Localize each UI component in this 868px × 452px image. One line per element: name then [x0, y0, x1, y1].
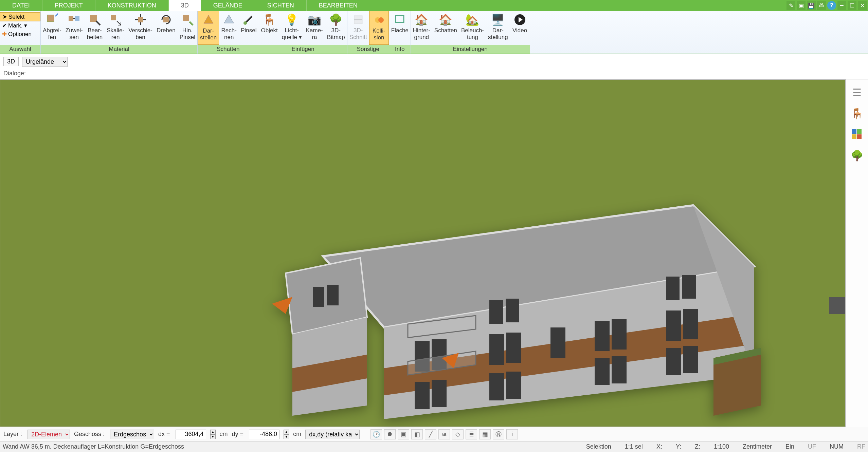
geschoss-select[interactable]: Erdgeschos: [110, 430, 154, 439]
grid-icon[interactable]: ▦: [479, 429, 491, 439]
north-icon[interactable]: Ⓝ: [493, 429, 504, 439]
ribbon-kollision-button[interactable]: Kolli-sion: [369, 11, 389, 45]
ribbon-pinsel-button[interactable]: Pinsel: [239, 11, 258, 45]
layers-icon[interactable]: ☰: [850, 86, 864, 99]
ribbon-btn-l1: Drehen: [157, 27, 176, 34]
menu-tab-gelaende[interactable]: GELÄNDE: [201, 0, 255, 11]
svg-rect-42: [313, 287, 324, 307]
dx-input[interactable]: [176, 430, 206, 439]
ribbon-3d-schnitt-button[interactable]: 3D-Schnitt: [347, 11, 369, 45]
svg-rect-3: [90, 15, 97, 22]
ribbon-flaeche-button[interactable]: Fläche: [389, 11, 411, 45]
ribbon-abgreifen-button[interactable]: Abgrei-fen: [41, 11, 64, 45]
ribbon-beleuchtung-button[interactable]: 🏡Beleuch-tung: [459, 11, 486, 45]
svg-rect-36: [666, 348, 681, 375]
svg-rect-31: [432, 380, 447, 407]
menu-tab-datei[interactable]: DATEI: [0, 0, 42, 11]
box-icon[interactable]: ▣: [797, 1, 806, 10]
menu-tab-projekt[interactable]: PROJEKT: [42, 0, 95, 11]
ribbon-btn-l1: 3D-: [354, 27, 363, 34]
ribbon-darstellung-button[interactable]: 🖥️Dar-stellung: [486, 11, 510, 45]
ribbon-btn-l1: Hinter-: [413, 27, 430, 34]
minimize-button[interactable]: ━: [837, 1, 846, 10]
ribbon-btn-l2: Pinsel: [180, 34, 195, 41]
svg-rect-33: [506, 372, 521, 399]
status-x: X:: [656, 443, 662, 450]
svg-rect-41: [506, 299, 519, 322]
ribbon-rechnen-button[interactable]: Rech-nen: [219, 11, 239, 45]
svg-rect-51: [857, 129, 862, 134]
ribbon-hintergrund-button[interactable]: 🏠Hinter-grund: [411, 11, 432, 45]
dy-down[interactable]: ▼: [284, 434, 289, 439]
selekt-button[interactable]: ➤Selekt: [0, 12, 40, 21]
line2-icon[interactable]: ≋: [438, 429, 450, 439]
pen-icon[interactable]: ✎: [786, 1, 795, 10]
ribbon-objekt-button[interactable]: 🪑Objekt: [259, 11, 280, 45]
dx-up[interactable]: ▲: [210, 430, 216, 434]
ribbon-btn-l2: ren: [111, 34, 120, 41]
ribbon-btn-l2: grund: [414, 34, 429, 41]
diamond-icon[interactable]: ◇: [452, 429, 464, 439]
rec-icon[interactable]: ⏺: [384, 429, 396, 439]
ribbon-btn-l2: tung: [467, 34, 478, 41]
close-button[interactable]: ✕: [858, 1, 867, 10]
ribbon-group-einstellungen: 🏠Hinter-grund🏠Schatten🏡Beleuch-tung🖥️Dar…: [411, 11, 530, 54]
ribbon-group-info: FlächeInfo: [389, 11, 411, 54]
status-ein: Ein: [785, 443, 794, 450]
mark-dropdown[interactable]: ✔Mark. ▾: [0, 21, 40, 30]
ribbon-darstellen-button[interactable]: Dar-stellen: [198, 11, 219, 45]
terrain-dropdown[interactable]: Urgelände: [22, 57, 68, 67]
on-icon[interactable]: ▣: [398, 429, 409, 439]
ribbon-schatten-button[interactable]: 🏠Schatten: [432, 11, 459, 45]
tool1-icon[interactable]: ◧: [411, 429, 423, 439]
svg-rect-38: [666, 277, 680, 300]
svg-rect-29: [683, 309, 698, 339]
disk-icon[interactable]: 💾: [807, 1, 816, 10]
svg-rect-52: [852, 134, 856, 139]
ribbon-bearbeiten-button[interactable]: Bear-beiten: [85, 11, 105, 45]
status-uf: UF: [808, 443, 816, 450]
3d-viewport[interactable]: [0, 79, 846, 427]
menu-tab-sichten[interactable]: SICHTEN: [255, 0, 307, 11]
layer-select[interactable]: 2D-Elemen: [28, 430, 70, 439]
coord-mode-select[interactable]: dx,dy (relativ ka: [305, 430, 360, 439]
dx-down[interactable]: ▼: [210, 434, 216, 439]
view-mode-3d[interactable]: 3D: [3, 57, 19, 66]
dy-up[interactable]: ▲: [284, 430, 289, 434]
optionen-button[interactable]: ✚Optionen: [0, 30, 40, 38]
dy-input[interactable]: [249, 430, 279, 439]
maximize-button[interactable]: ☐: [848, 1, 856, 10]
tree-icon[interactable]: 🌳: [850, 149, 864, 162]
ribbon-kamera-button[interactable]: 📷Kame-ra: [304, 11, 325, 45]
print-icon[interactable]: 🖶: [817, 1, 826, 10]
ribbon-btn-l1: Verschie-: [128, 27, 152, 34]
ribbon-video-button[interactable]: Video: [510, 11, 530, 45]
side-panel-handle[interactable]: [829, 297, 845, 314]
menu-tab-3d[interactable]: 3D: [169, 0, 201, 11]
menu-tab-konstruktion[interactable]: KONSTRUKTION: [95, 0, 169, 11]
help-icon[interactable]: ?: [827, 1, 836, 10]
clock-icon[interactable]: 🕑: [370, 429, 382, 439]
ribbon-drehen-button[interactable]: Drehen: [155, 11, 178, 45]
ribbon-verschieben-button[interactable]: Verschie-ben: [126, 11, 155, 45]
group-label-auswahl: Auswahl: [0, 45, 40, 54]
ribbon-hinpinsel-button[interactable]: Hin.Pinsel: [178, 11, 197, 45]
info-icon[interactable]: i: [506, 429, 518, 439]
layer-label: Layer :: [3, 431, 22, 438]
ribbon-btn-l2: Bitmap: [327, 34, 345, 41]
dialoge-bar: Dialoge:: [0, 69, 868, 79]
color-grid-icon[interactable]: [850, 128, 864, 141]
svg-rect-32: [489, 373, 504, 400]
line1-icon[interactable]: ╱: [425, 429, 436, 439]
ribbon-btn-l1: Abgrei-: [43, 27, 61, 34]
svg-rect-30: [415, 382, 430, 409]
menu-tab-bearbeiten[interactable]: BEARBEITEN: [307, 0, 370, 11]
ribbon-3d-bitmap-button[interactable]: 🌳3D-Bitmap: [325, 11, 347, 45]
svg-rect-0: [47, 15, 54, 22]
chair-icon[interactable]: 🪑: [850, 107, 864, 120]
ribbon-btn-l1: Dar-: [492, 27, 504, 34]
layers2-icon[interactable]: ≣: [466, 429, 477, 439]
ribbon-skalieren-button[interactable]: Skalie-ren: [105, 11, 126, 45]
ribbon-lichtquelle-button[interactable]: 💡Licht-quelle ▾: [280, 11, 304, 45]
ribbon-zuweisen-button[interactable]: Zuwei-sen: [64, 11, 85, 45]
